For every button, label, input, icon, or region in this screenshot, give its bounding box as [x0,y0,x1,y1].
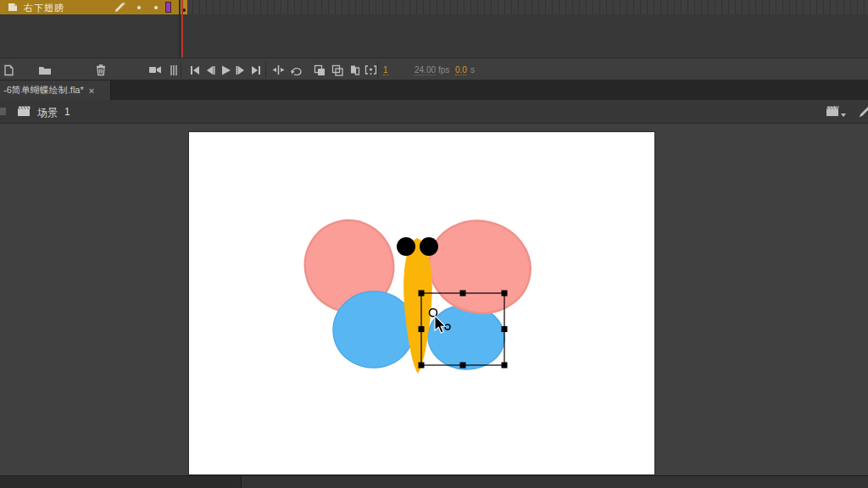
layer-page-icon [8,3,18,12]
wing-upper-right[interactable] [420,210,541,324]
edit-bar: 场景 1 [0,100,868,124]
selection-handle-s[interactable] [460,363,466,369]
flash-app-window: 右下翅膀 [0,0,868,488]
step-back-button[interactable] [203,63,218,77]
new-layer-button[interactable] [2,63,17,77]
bottom-panel-bar-right [241,476,868,488]
camera-icon[interactable] [147,63,163,77]
onion-skin-icon[interactable] [312,63,327,77]
go-last-frame-button[interactable] [248,63,264,77]
elapsed-time-value[interactable]: 0.0 [455,65,467,75]
document-tab-bar: -6简单蝴蝶绘制.fla* × [0,80,868,100]
layer-outline-color-swatch[interactable] [165,2,171,13]
butterfly-body[interactable] [403,238,432,374]
toolbar-separator [265,62,266,78]
step-forward-button[interactable] [233,63,248,77]
document-tab-title[interactable]: -6简单蝴蝶绘制.fla* [3,84,84,97]
timeline-panel: 右下翅膀 [0,0,868,58]
play-button[interactable] [218,63,233,77]
back-chip[interactable] [0,108,6,115]
modify-markers-icon[interactable] [363,63,378,77]
layer-depth-icon[interactable] [166,63,181,77]
layer-lock-dot[interactable] [154,6,158,9]
eye-right[interactable] [420,237,438,256]
layer-row[interactable]: 右下翅膀 [0,0,868,14]
edit-multiple-frames-icon[interactable] [347,63,362,77]
edit-scene-button[interactable] [826,105,848,119]
elapsed-time-unit: s [470,65,475,75]
selection-handle-nw[interactable] [419,291,425,297]
selection-handle-sw[interactable] [419,363,425,369]
tab-close-icon[interactable]: × [89,86,94,96]
selection-handle-n[interactable] [460,291,466,297]
selection-handle-e[interactable] [502,326,508,332]
toolbar-separator [377,62,378,78]
center-frame-icon[interactable] [270,63,286,77]
stage-pasteboard[interactable] [0,124,868,475]
frame-rate-unit: fps [438,65,449,75]
selection-handle-w[interactable] [419,326,425,332]
scene-clapper-icon [17,105,31,118]
loop-playback-icon[interactable] [289,63,304,77]
new-folder-button[interactable] [37,63,53,77]
butterfly-drawing [189,132,654,474]
layer-visibility-dot[interactable] [137,6,141,9]
frame-rate-value[interactable]: 24.00 [415,65,436,75]
timeline-panel-divider [179,0,181,58]
current-frame-value[interactable]: 1 [383,65,388,75]
selection-handle-se[interactable] [502,363,508,369]
timeline-toolbar: 1 24.00 fps 0.0 s ◂ ▸ [0,58,868,80]
eye-left[interactable] [397,237,415,256]
selection-handle-ne[interactable] [502,291,508,297]
go-first-frame-button[interactable] [187,63,203,77]
layer-name[interactable]: 右下翅膀 [24,2,64,14]
scene-number: 1 [64,106,70,118]
playhead[interactable] [181,0,183,58]
toolbar-separator [181,62,181,78]
transform-point[interactable] [430,309,437,317]
layer-row-selected[interactable]: 右下翅膀 [0,0,180,14]
document-tab[interactable]: -6简单蝴蝶绘制.fla* × [0,80,111,100]
scene-label: 场景 [37,106,58,120]
edit-symbol-button[interactable] [858,104,868,119]
pencil-edit-icon [114,2,126,13]
delete-layer-button[interactable] [93,63,108,77]
onion-skin-outlines-icon[interactable] [330,63,345,77]
stage-canvas[interactable] [189,132,654,474]
bottom-panel-bar [0,475,868,488]
wing-lower-right-selected[interactable] [426,303,506,372]
timeline-frames-strip[interactable] [180,0,868,14]
